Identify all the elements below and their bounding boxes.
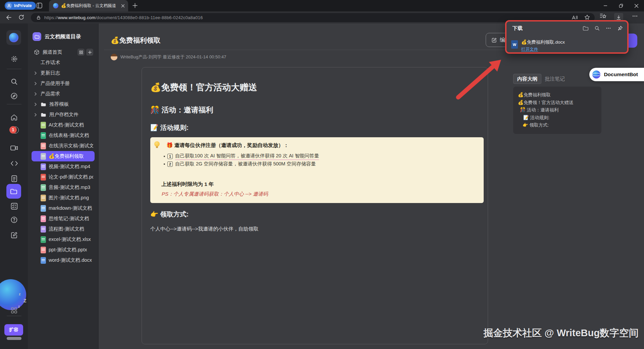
- site-favicon: [53, 3, 58, 8]
- tree-item-file[interactable]: 视频-测试文档.mp4: [32, 161, 95, 172]
- tree-item-file[interactable]: word-测试文档.docx: [32, 255, 95, 265]
- chevron-right-icon: [34, 113, 38, 117]
- restore-button[interactable]: [613, 0, 629, 11]
- favorite-star-icon[interactable]: [584, 14, 590, 20]
- pin-downloads-icon[interactable]: [616, 24, 624, 32]
- workspaces-icon[interactable]: [36, 2, 43, 9]
- home-icon[interactable]: [7, 112, 21, 123]
- outline-item[interactable]: 👉 领取方式:: [518, 121, 597, 129]
- pdf-file-icon: [41, 174, 46, 181]
- tab-content-outline[interactable]: 内容大纲: [513, 74, 541, 84]
- tree-item[interactable]: 更新日志: [32, 68, 95, 78]
- sheet-doc-icon: [41, 132, 46, 139]
- tree-item-folder[interactable]: 用户存档文件: [32, 109, 95, 120]
- tree-item-file[interactable]: 音频-测试文档.mp3: [32, 182, 95, 193]
- tree-item-file[interactable]: 流程图-测试文档: [32, 224, 95, 234]
- callout-bullet: 2 自己获取 2G 空间存储容量，被邀请伙伴获得 500M 空间存储容量: [164, 161, 316, 167]
- open-file-link[interactable]: 打开文件: [521, 47, 538, 52]
- tree-item[interactable]: 工作话术: [32, 57, 95, 68]
- apps-grid-icon[interactable]: [7, 305, 21, 316]
- tree-item-file[interactable]: 图片-测试文档.png: [32, 193, 95, 203]
- open-downloads-folder-icon[interactable]: [582, 24, 590, 32]
- video-file-icon: [41, 163, 46, 170]
- tree-item-file[interactable]: ppt-测试文档.pptx: [32, 245, 95, 255]
- document-list-icon[interactable]: [7, 173, 21, 184]
- download-item[interactable]: W 💰免费福利领取.docx 打开文件: [511, 39, 565, 52]
- search-icon[interactable]: [7, 76, 21, 87]
- url-text: https://www.writebug.com/document/143088…: [44, 15, 203, 20]
- callout-heading: 🎁 邀请每位伙伴注册（邀请成功，奖励自动发放）：: [166, 142, 289, 149]
- markdown-file-icon: [41, 205, 46, 212]
- tree-item-file[interactable]: AI文档-测试文档: [32, 120, 95, 130]
- outline-item[interactable]: 💰免费福利领取: [518, 91, 597, 99]
- chevron-right-icon: [34, 102, 38, 106]
- tree-item-selected[interactable]: 💰免费福利领取: [32, 151, 95, 161]
- callout-note-red: PS：个人专属邀请码获取：个人中心 --> 邀请码: [162, 191, 268, 197]
- page-title: 💰免费福利领取: [111, 36, 161, 45]
- claim-instructions: 个人中心-->邀请码-->我邀请的小伙伴，自助领取: [150, 226, 259, 232]
- folder-icon: [41, 102, 47, 107]
- documentbot-globe-icon: [592, 70, 601, 79]
- search-downloads-icon[interactable]: [593, 24, 601, 32]
- task-checklist-icon[interactable]: [7, 200, 21, 212]
- settings-more-icon[interactable]: [632, 13, 638, 19]
- sidebar-drag-handle[interactable]: [7, 337, 21, 340]
- doc-heading-rules: 📝 活动规则:: [150, 123, 189, 132]
- downloads-more-icon[interactable]: [604, 24, 612, 32]
- tree-item-channel-home[interactable]: 频道首页: [32, 47, 95, 57]
- tree-item-file[interactable]: 论文-pdf-测试文档.pdf: [32, 172, 95, 182]
- notifications-icon[interactable]: 1: [9, 126, 19, 135]
- refresh-icon[interactable]: [18, 14, 24, 20]
- expand-storage-button[interactable]: 扩容: [4, 324, 23, 336]
- read-aloud-icon[interactable]: [572, 15, 578, 20]
- tree-item-file[interactable]: excel-测试文档.xlsx: [32, 234, 95, 245]
- favorites-bar-icon[interactable]: [600, 13, 606, 19]
- help-icon[interactable]: [7, 214, 21, 226]
- outline-item[interactable]: 📝 活动规则:: [518, 114, 597, 122]
- settings-gear-icon[interactable]: [7, 53, 21, 64]
- mindnote-file-icon: [41, 215, 46, 222]
- outline-item[interactable]: 💰免费领！官方活动大赠送: [518, 99, 597, 107]
- doc-heading-2: 🎊 活动：邀请福利: [150, 105, 213, 115]
- compose-edit-icon[interactable]: [7, 229, 21, 241]
- tree-item-file[interactable]: 思维笔记-测试文档: [32, 213, 95, 224]
- documentbot-button[interactable]: DocumentBot: [589, 68, 644, 81]
- add-document-button[interactable]: [86, 49, 93, 56]
- lock-icon[interactable]: [36, 15, 41, 20]
- tree-item-folder[interactable]: 推荐模板: [32, 99, 95, 109]
- compass-explore-icon[interactable]: [7, 90, 21, 102]
- word-file-icon: W: [511, 40, 518, 49]
- word-file-icon: [41, 257, 46, 264]
- outline-item[interactable]: 🎊 活动：邀请福利: [518, 106, 597, 114]
- writebug-logo[interactable]: [6, 30, 21, 45]
- channel-directory-header[interactable]: 云文档频道目录: [28, 31, 98, 42]
- tree-item-file[interactable]: 在线表格-测试文档: [32, 130, 95, 141]
- close-window-button[interactable]: [629, 0, 644, 11]
- new-tab-button[interactable]: [132, 3, 138, 8]
- meeting-video-icon[interactable]: [7, 142, 21, 154]
- tab-annotation-notes[interactable]: 批注笔记: [545, 76, 565, 82]
- folder-icon: [41, 112, 47, 117]
- flowchart-file-icon: [41, 226, 46, 233]
- doc-heading-1: 💰免费领！官方活动大赠送: [150, 82, 257, 93]
- code-icon[interactable]: [7, 158, 21, 169]
- excel-file-icon: [41, 236, 46, 243]
- notification-count-badge: 1: [9, 126, 17, 134]
- tree-item-file[interactable]: markdown-测试文档: [32, 203, 95, 213]
- callout-note-bold: 上述福利时限均为 1 年: [161, 181, 214, 188]
- minimize-button[interactable]: [598, 0, 613, 11]
- tree-item-file[interactable]: 在线演示文稿-测试文...: [32, 141, 95, 151]
- header-divider: [104, 50, 510, 50]
- tree-item[interactable]: 产品使用手册: [32, 78, 95, 89]
- profile-avatar-icon: [6, 3, 12, 9]
- inprivate-badge[interactable]: InPrivate: [5, 2, 36, 10]
- cloud-docs-folder-icon[interactable]: [6, 184, 21, 199]
- author-meta-text: WriteBug产品-刘同学 最近修改于 2024-01-14 00:50:47: [120, 54, 226, 60]
- tree-item[interactable]: 产品需求: [32, 89, 95, 99]
- downloaded-file-name: 💰免费福利领取.docx: [521, 40, 565, 45]
- browser-window: InPrivate 💰免费福利领取 - 云文档频道 - 官: [0, 0, 644, 349]
- tab-close-icon[interactable]: [121, 4, 125, 8]
- grid-view-button[interactable]: [77, 49, 85, 56]
- back-icon[interactable]: [5, 14, 12, 21]
- browser-tab[interactable]: 💰免费福利领取 - 云文档频道 - 官: [49, 0, 128, 11]
